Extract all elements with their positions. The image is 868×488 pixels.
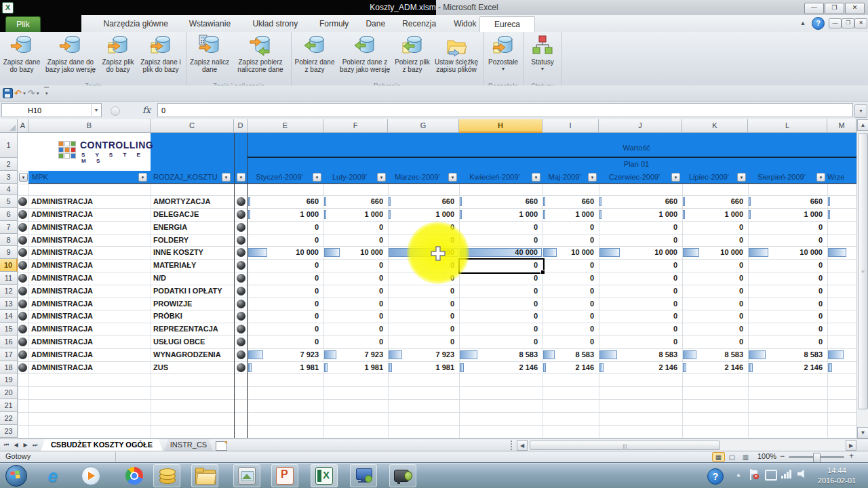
page-layout-icon[interactable]: ▢ <box>726 452 738 462</box>
value-cell[interactable]: 0 <box>248 298 319 310</box>
restore-button[interactable]: ❐ <box>825 3 844 14</box>
value-cell[interactable]: 0 <box>388 221 454 234</box>
value-cell[interactable]: 1 981 <box>388 361 454 373</box>
value-cell[interactable]: 0 <box>248 285 319 298</box>
speaker-icon[interactable] <box>797 469 807 479</box>
value-cell[interactable]: 660 <box>323 195 383 208</box>
value-cell[interactable]: 0 <box>388 310 454 323</box>
value-cell[interactable]: 0 <box>323 272 383 285</box>
value-cell[interactable]: 660 <box>542 195 594 208</box>
row-header-2[interactable]: 2 <box>0 158 18 171</box>
value-cell[interactable]: 0 <box>388 323 454 336</box>
value-cell[interactable]: 0 <box>682 323 743 336</box>
value-cell[interactable]: 0 <box>599 323 677 336</box>
select-all-corner[interactable] <box>0 119 18 133</box>
value-cell[interactable]: 0 <box>748 298 823 310</box>
column-header-E[interactable]: E <box>248 119 323 133</box>
internet-explorer-icon[interactable]: e <box>39 464 66 487</box>
row-header-3[interactable]: 3 <box>0 171 18 184</box>
value-cell[interactable]: 0 <box>459 285 538 298</box>
insert-function-icon[interactable]: fx <box>139 103 154 117</box>
value-cell[interactable]: 0 <box>323 234 383 246</box>
value-cell[interactable]: 0 <box>323 259 383 272</box>
value-cell[interactable]: 660 <box>599 195 677 208</box>
value-cell[interactable]: 0 <box>599 221 677 234</box>
name-box[interactable]: H10 <box>1 103 102 117</box>
minimize-button[interactable]: — <box>804 3 824 14</box>
row-header-21[interactable]: 21 <box>0 399 18 412</box>
ribbon-tab-uk-ad-strony[interactable]: Układ strony <box>235 16 315 32</box>
value-cell[interactable]: 10 000 <box>542 246 594 259</box>
filter-dropdown-month-8[interactable]: ▼ <box>816 173 825 182</box>
formula-input[interactable]: 0 <box>157 103 853 117</box>
value-cell[interactable]: 10 000 <box>748 246 823 259</box>
value-cell[interactable]: 0 <box>682 336 743 348</box>
value-cell[interactable]: 660 <box>459 195 538 208</box>
ribbon-button-zapisz-dane-i-plik-do-bazy[interactable]: Zapisz dane i plik do bazy <box>137 33 184 83</box>
value-cell[interactable]: 0 <box>459 234 538 246</box>
value-cell[interactable]: 660 <box>388 195 454 208</box>
value-cell[interactable]: 0 <box>323 298 383 310</box>
row-header-18[interactable]: 18 <box>0 361 18 373</box>
ribbon-button-zapisz-nalicz-dane[interactable]: Zapisz nalicz dane <box>188 33 231 83</box>
ribbon-button-pozostałe[interactable]: Pozostałe▼ <box>485 33 521 83</box>
value-cell[interactable]: 1 000 <box>459 208 538 221</box>
value-cell[interactable]: 0 <box>748 285 823 298</box>
value-cell[interactable]: 40 000 <box>459 246 538 259</box>
value-cell[interactable]: 0 <box>748 234 823 246</box>
filter-dropdown-D[interactable]: ▼ <box>237 173 245 182</box>
save-icon[interactable] <box>3 87 13 100</box>
value-cell[interactable]: 0 <box>388 285 454 298</box>
row-header-19[interactable]: 19 <box>0 373 18 386</box>
value-cell[interactable]: 0 <box>248 221 319 234</box>
workbook-close-button[interactable]: ✕ <box>854 18 867 28</box>
value-cell[interactable]: 10 000 <box>248 246 319 259</box>
excel-icon[interactable]: X <box>311 464 338 487</box>
column-header-D[interactable]: D <box>234 119 248 133</box>
value-cell[interactable]: 1 000 <box>599 208 677 221</box>
row-header-17[interactable]: 17 <box>0 348 18 361</box>
insert-worksheet-icon[interactable] <box>216 441 227 451</box>
value-cell[interactable]: 660 <box>748 195 823 208</box>
value-cell[interactable]: 8 583 <box>599 348 677 361</box>
value-cell[interactable]: 0 <box>599 298 677 310</box>
screen-recorder-icon[interactable] <box>389 464 416 487</box>
expand-formula-bar-icon[interactable]: ▼ <box>854 104 867 118</box>
row-header-14[interactable]: 14 <box>0 310 18 323</box>
value-cell[interactable]: 0 <box>459 221 538 234</box>
ribbon-button-ustaw-ściężkę-zapisu-plików[interactable]: Ustaw ściężkę zapisu plików <box>431 33 481 83</box>
value-cell[interactable]: 0 <box>682 298 743 310</box>
zoom-in-icon[interactable]: + <box>849 451 854 461</box>
value-cell[interactable]: 0 <box>459 310 538 323</box>
row-header-16[interactable]: 16 <box>0 336 18 348</box>
redo-icon[interactable]: ↷▼ <box>28 87 40 100</box>
value-cell[interactable]: 8 583 <box>459 348 538 361</box>
ribbon-tab-narz-dzia-g-wne[interactable]: Narzędzia główne <box>87 16 184 32</box>
value-cell[interactable]: 10 000 <box>682 246 743 259</box>
value-cell[interactable]: 0 <box>459 336 538 348</box>
filter-dropdown-A[interactable]: ▼ <box>19 173 28 182</box>
column-header-K[interactable]: K <box>682 119 748 133</box>
row-header-4[interactable]: 4 <box>0 184 18 195</box>
filter-dropdown-month-5[interactable]: ▼ <box>588 173 597 182</box>
ribbon-button-pobierz-dane-z-bazy-jako-wersję[interactable]: Pobierz dane z bazy jako wersję <box>336 33 393 83</box>
coins-app-icon[interactable] <box>153 464 180 487</box>
value-cell[interactable]: 40 000 <box>388 246 454 259</box>
row-header-15[interactable]: 15 <box>0 323 18 336</box>
value-cell[interactable]: 0 <box>748 221 823 234</box>
filter-dropdown-mpk[interactable]: ▼ <box>138 173 147 182</box>
value-cell[interactable]: 7 923 <box>388 348 454 361</box>
value-cell[interactable]: 0 <box>459 323 538 336</box>
row-header-13[interactable]: 13 <box>0 298 18 310</box>
first-sheet-icon[interactable]: ⏮ <box>2 441 11 450</box>
value-cell[interactable]: 0 <box>388 234 454 246</box>
fill-handle[interactable] <box>540 270 545 274</box>
value-cell[interactable]: 7 923 <box>248 348 319 361</box>
value-cell[interactable]: 0 <box>542 336 594 348</box>
row-header-23[interactable]: 23 <box>0 425 18 438</box>
row-header-8[interactable]: 8 <box>0 234 18 246</box>
tab-scrollbar-splitter[interactable] <box>511 441 516 450</box>
name-box-dropdown-icon[interactable]: ▼ <box>91 104 101 116</box>
power-plug-icon[interactable] <box>765 470 777 481</box>
row-header-22[interactable]: 22 <box>0 412 18 425</box>
